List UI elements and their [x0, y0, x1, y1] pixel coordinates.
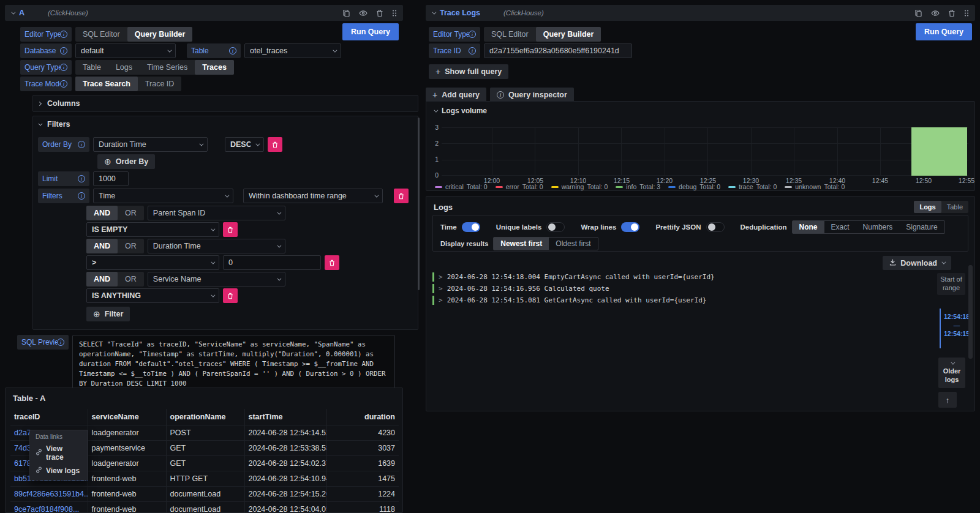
remove-filter-button[interactable] [325, 255, 339, 270]
trace-id-link[interactable]: 9ce7acf8184f908... [10, 501, 88, 513]
logs-scrollbar[interactable] [968, 265, 973, 359]
query-type-table[interactable]: Table [75, 60, 108, 75]
expand-chevron-icon[interactable] [439, 285, 443, 293]
info-icon[interactable] [60, 64, 67, 71]
scroll-to-top-button[interactable]: ↑ [938, 392, 957, 408]
query-row-header-a[interactable]: A (ClickHouse) [5, 5, 403, 21]
or-option[interactable]: OR [118, 206, 144, 220]
duplicate-query-icon[interactable] [342, 9, 350, 17]
filter-operator-select[interactable]: > [86, 255, 219, 270]
download-button[interactable]: Download [883, 256, 951, 270]
col-header-duration[interactable]: duration [326, 409, 399, 425]
trace-id-link[interactable]: 89cf4286e631591b4... [10, 486, 88, 501]
dedup-exact-option[interactable]: Exact [824, 221, 856, 233]
query-type-traces[interactable]: Traces [195, 60, 234, 75]
split-pane-resize-handle[interactable] [418, 118, 420, 290]
and-option[interactable]: AND [86, 272, 118, 286]
delete-query-icon[interactable] [376, 9, 383, 17]
or-option[interactable]: OR [118, 272, 144, 286]
col-header-servicename[interactable]: serviceName [88, 409, 166, 425]
logs-view-tab[interactable]: Logs [914, 201, 941, 213]
col-header-operationname[interactable]: operationName [166, 409, 244, 425]
legend-item-debug[interactable]: debugTotal: 0 [668, 183, 720, 190]
logs-volume-header[interactable]: Logs volume [426, 102, 974, 115]
database-select[interactable]: default [75, 43, 176, 58]
run-query-button-a[interactable]: Run Query [342, 23, 399, 40]
query-builder-option[interactable]: Query Builder [127, 27, 193, 42]
info-icon[interactable] [78, 175, 85, 182]
trace-id-option[interactable]: Trace ID [138, 77, 181, 91]
query-type-time-series[interactable]: Time Series [140, 60, 195, 75]
delete-query-icon[interactable] [948, 9, 956, 17]
run-query-button-trace-logs[interactable]: Run Query [916, 23, 972, 40]
table-view-tab[interactable]: Table [941, 201, 968, 213]
info-icon[interactable] [78, 192, 85, 200]
remove-order-by-button[interactable] [268, 137, 282, 152]
query-builder-option[interactable]: Query Builder [536, 27, 601, 42]
or-option[interactable]: OR [118, 239, 144, 253]
col-header-traceid[interactable]: traceID [10, 409, 88, 425]
and-option[interactable]: AND [86, 206, 118, 220]
remove-filter-button[interactable] [394, 189, 409, 203]
filter-value-input[interactable] [223, 255, 321, 270]
log-row[interactable]: 2024-06-28 12:54:16.956 Calculated quote [432, 283, 715, 294]
collapse-chevron-icon[interactable] [434, 108, 438, 112]
info-icon[interactable] [60, 80, 67, 88]
expand-chevron-icon[interactable] [439, 273, 443, 281]
filter-field-select[interactable]: Service Name [148, 272, 285, 286]
info-icon[interactable] [60, 47, 67, 54]
log-row[interactable]: 2024-06-28 12:54:15.081 GetCartAsync cal… [432, 294, 715, 306]
view-trace-menu-item[interactable]: View trace [30, 442, 88, 464]
log-row[interactable]: 2024-06-28 12:54:18.004 EmptyCartAsync c… [432, 271, 715, 283]
filters-section-header[interactable]: Filters [33, 116, 418, 132]
drag-handle-icon[interactable] [964, 9, 969, 17]
drag-handle-icon[interactable] [392, 9, 397, 17]
info-logs-bar[interactable] [911, 127, 967, 176]
info-icon[interactable] [229, 47, 236, 54]
view-logs-menu-item[interactable]: View logs [30, 464, 88, 477]
trace-id-input[interactable] [484, 43, 632, 58]
prettify-json-toggle[interactable] [706, 222, 725, 232]
filter-field-select[interactable]: Duration Time [148, 239, 285, 253]
info-icon[interactable] [469, 47, 476, 54]
columns-section[interactable]: Columns [32, 95, 418, 112]
legend-item-error[interactable]: errorTotal: 0 [496, 183, 543, 190]
sql-editor-option[interactable]: SQL Editor [484, 27, 536, 42]
filter-field-select[interactable]: Parent Span ID [148, 206, 285, 220]
filter-field-select[interactable]: Time [93, 189, 233, 203]
remove-filter-button[interactable] [223, 288, 238, 303]
collapse-chevron-icon[interactable] [11, 10, 15, 14]
info-icon[interactable] [469, 31, 476, 38]
newest-first-option[interactable]: Newest first [494, 238, 549, 250]
info-icon[interactable] [78, 141, 85, 148]
older-logs-button[interactable]: Older logs [938, 358, 965, 388]
legend-item-trace[interactable]: traceTotal: 0 [728, 183, 777, 190]
limit-input[interactable] [93, 171, 129, 186]
query-type-logs[interactable]: Logs [108, 60, 140, 75]
filter-operator-select[interactable]: IS ANYTHING [86, 288, 219, 303]
trace-search-option[interactable]: Trace Search [75, 77, 138, 91]
hide-response-eye-icon[interactable] [359, 9, 368, 17]
filter-operator-select[interactable]: Within dashboard time range [243, 189, 383, 203]
sql-editor-option[interactable]: SQL Editor [75, 27, 127, 42]
add-order-by-button[interactable]: ⊕Order By [97, 154, 155, 169]
info-icon[interactable] [57, 339, 64, 346]
collapse-chevron-icon[interactable] [432, 10, 436, 14]
dedup-none-option[interactable]: None [793, 221, 824, 233]
query-inspector-button[interactable]: Query inspector [490, 88, 574, 102]
table-select[interactable]: otel_traces [244, 43, 341, 58]
expand-chevron-icon[interactable] [439, 296, 443, 304]
remove-filter-button[interactable] [223, 222, 238, 237]
col-header-starttime[interactable]: startTime [244, 409, 326, 425]
hide-response-eye-icon[interactable] [931, 9, 940, 17]
legend-item-info[interactable]: infoTotal: 3 [616, 183, 660, 190]
dedup-numbers-option[interactable]: Numbers [856, 221, 900, 233]
log-timeline-selection-bar[interactable] [940, 309, 941, 348]
info-icon[interactable] [60, 31, 67, 38]
time-toggle[interactable] [462, 222, 480, 232]
unique-labels-toggle[interactable] [546, 222, 565, 232]
wrap-lines-toggle[interactable] [621, 222, 639, 232]
legend-item-warning[interactable]: warningTotal: 0 [551, 183, 608, 190]
filter-operator-select[interactable]: IS EMPTY [86, 222, 219, 237]
dedup-signature-option[interactable]: Signature [899, 221, 944, 233]
